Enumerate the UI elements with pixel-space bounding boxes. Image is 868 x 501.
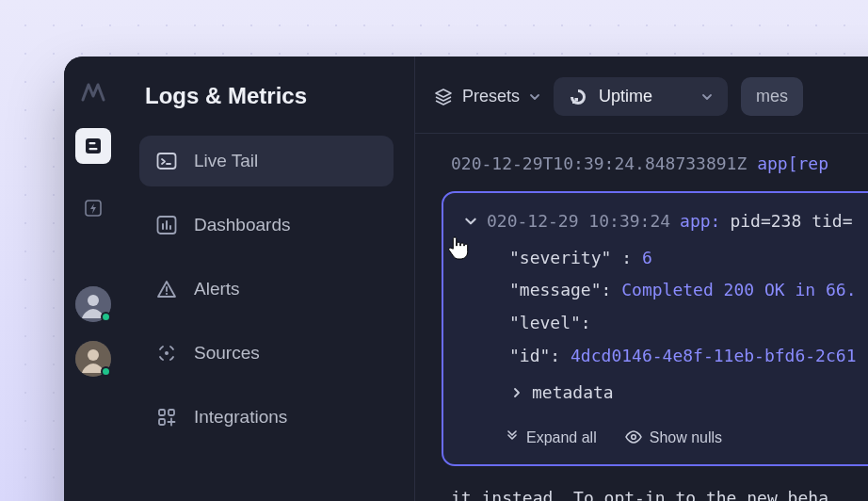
app-logo [81,81,105,102]
expand-all-label: Expand all [526,426,597,450]
log-json-body: "severity" : 6 "message": Completed 200 … [464,235,868,412]
rail-item-power[interactable] [75,190,111,226]
toolbar: Presets Uptime mes [415,57,868,134]
presence-dot [101,312,111,322]
sidebar: Logs & Metrics Live Tail Dashboards Aler… [122,57,414,501]
main-panel: Presets Uptime mes 020-12 [414,57,868,501]
search-pill[interactable]: mes [741,77,803,116]
icon-rail [64,57,122,501]
svg-point-24 [631,435,635,440]
app-window: Logs & Metrics Live Tail Dashboards Aler… [64,57,868,501]
svg-rect-23 [572,101,575,104]
svg-rect-0 [86,138,101,154]
svg-point-15 [166,293,168,295]
show-nulls-label: Show nulls [650,426,722,450]
sidebar-item-alerts[interactable]: Alerts [139,264,394,315]
chevron-down-icon [529,91,540,103]
chevron-down-icon [464,215,477,228]
log-line-next[interactable]: it instead. To opt-in to the new beha [442,466,868,501]
eye-icon [625,430,642,444]
sidebar-item-label: Sources [194,343,260,364]
json-row-severity: "severity" : 6 [509,245,868,272]
sidebar-item-sources[interactable]: Sources [139,328,394,379]
log-rest: pid=238 tid= [730,208,852,235]
log-ts: 020-12-29 10:39:24 [487,208,670,235]
presets-dropdown[interactable]: Presets [434,87,540,106]
sidebar-title: Logs & Metrics [139,83,394,109]
avatar-user-1[interactable] [75,286,111,322]
digitalocean-icon [569,88,587,106]
svg-rect-19 [159,419,165,425]
sidebar-item-label: Alerts [194,279,240,299]
svg-rect-2 [89,148,98,150]
expand-icon [506,430,519,444]
svg-rect-18 [169,410,174,415]
show-nulls-button[interactable]: Show nulls [625,426,722,450]
svg-point-7 [88,349,99,361]
log-area: 020-12-29T10:39:24.848733891Z app[rep 02… [415,134,868,501]
chevron-down-icon [701,91,713,103]
json-row-message: "message": Completed 200 OK in 66. [509,277,868,304]
avatar-user-2[interactable] [75,341,111,377]
bar-chart-icon [156,215,177,235]
sidebar-item-label: Integrations [194,407,287,428]
log-app-tag: app[rep [757,154,828,173]
sidebar-item-dashboards[interactable]: Dashboards [139,200,394,250]
svg-rect-1 [89,142,96,144]
svg-point-5 [88,295,99,306]
uptime-pill[interactable]: Uptime [554,77,728,116]
sidebar-item-live-tail[interactable]: Live Tail [139,136,394,186]
chevron-right-icon [511,387,522,398]
log-expanded-footer: Expand all Show nulls [464,412,868,452]
search-fragment: mes [756,87,788,106]
presets-label: Presets [462,87,520,106]
log-line-prev[interactable]: 020-12-29T10:39:24.848733891Z app[rep [442,151,868,178]
sidebar-item-label: Live Tail [194,151,258,171]
uptime-label: Uptime [599,87,652,106]
svg-point-16 [165,351,169,355]
log-expanded-card: 020-12-29 10:39:24 app: pid=238 tid= "se… [442,191,868,466]
presence-dot [101,366,111,377]
rail-item-logs[interactable] [75,128,111,164]
log-app-tag: app: [680,208,720,235]
json-row-level: "level": [509,310,868,337]
json-row-metadata[interactable]: metadata [509,376,868,407]
log-expanded-header[interactable]: 020-12-29 10:39:24 app: pid=238 tid= [464,208,868,235]
warning-icon [156,279,177,299]
expand-all-button[interactable]: Expand all [506,426,597,450]
svg-rect-8 [158,154,176,169]
metadata-label: metadata [532,380,614,407]
svg-rect-22 [575,98,579,102]
sidebar-item-integrations[interactable]: Integrations [139,392,394,443]
log-ts: 020-12-29T10:39:24.848733891Z [451,154,747,173]
terminal-icon [156,151,177,171]
grid-plus-icon [156,407,177,428]
svg-rect-17 [159,410,165,415]
target-icon [156,343,177,364]
json-row-id: "id": 4dcd0146-4e8f-11eb-bfd6-2c61 [509,343,868,370]
sidebar-item-label: Dashboards [194,215,290,235]
stack-icon [434,88,453,106]
